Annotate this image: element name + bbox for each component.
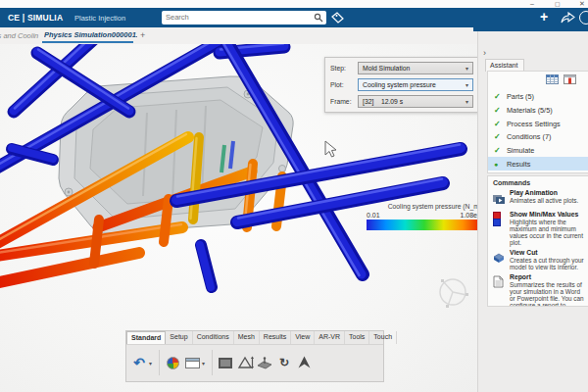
action-bar-icons: ↶ ▾ ▾ ↻ xyxy=(126,345,383,380)
action-bar-tabs: Standard Setup Conditions Mesh Results V… xyxy=(126,331,383,345)
collapse-chevron-icon[interactable]: › xyxy=(483,48,486,58)
min-max-icon xyxy=(493,212,501,226)
assistant-panel: › Assistant ✓ Parts (5) xyxy=(477,31,588,392)
share-icon[interactable] xyxy=(561,12,575,24)
step-label: Materials (5/5) xyxy=(507,106,553,115)
minimize-icon[interactable]: – xyxy=(530,0,534,8)
command-title: Show Min/Max Values xyxy=(510,211,585,219)
assistant-checklist: ✓ Parts (5) ✓ Materials (5/5) ✓ Process … xyxy=(487,71,588,173)
active-tab-underline xyxy=(42,41,133,43)
action-bar: Standard Setup Conditions Mesh Results V… xyxy=(125,330,384,382)
tag-icon[interactable] xyxy=(331,12,345,24)
check-icon: ✓ xyxy=(494,92,503,101)
contour-legend: Cooling system pressure (N_m2) 0.01 1.08… xyxy=(367,203,485,230)
check-icon: ✓ xyxy=(494,132,503,141)
close-icon[interactable]: ✕ xyxy=(579,0,585,8)
assistant-step-results[interactable]: ● Results xyxy=(488,157,588,171)
search-box[interactable] xyxy=(162,11,326,24)
fly-mode-button[interactable] xyxy=(294,350,314,375)
step-value: Mold Simulation xyxy=(363,65,410,72)
tab-conditions[interactable]: Conditions xyxy=(193,331,234,344)
render-style-icon xyxy=(219,358,232,368)
tab-standard[interactable]: Standard xyxy=(126,331,166,344)
tab-ar-vr[interactable]: AR-VR xyxy=(315,331,345,344)
separator xyxy=(159,350,160,375)
cursor-arrow xyxy=(325,141,336,157)
add-content-icon[interactable]: + xyxy=(540,9,548,24)
legend-min: 0.01 xyxy=(367,212,380,219)
maximize-icon[interactable]: ▢ xyxy=(555,0,561,8)
assistant-step-materials[interactable]: ✓ Materials (5/5) xyxy=(488,104,588,118)
app-header: CE | SIMULIA Plastic Injection + xyxy=(0,8,588,27)
tab-mesh[interactable]: Mesh xyxy=(234,331,260,344)
command-title: Report xyxy=(510,273,585,281)
check-icon: ✓ xyxy=(494,146,503,155)
undo-button[interactable]: ↶ xyxy=(129,350,149,375)
update-icon xyxy=(167,357,179,369)
chevron-down-icon: ▾ xyxy=(466,81,468,88)
frame-label: Frame: xyxy=(330,98,358,105)
assistant-step-parts[interactable]: ✓ Parts (5) xyxy=(488,90,588,104)
assistant-step-simulate[interactable]: ✓ Simulate xyxy=(488,144,588,158)
tab-tools[interactable]: Tools xyxy=(345,331,369,344)
chevron-down-icon[interactable]: ▾ xyxy=(202,360,209,367)
command-desc: Highlights where the maximum and minimum… xyxy=(510,219,585,246)
table-view-icon[interactable] xyxy=(546,74,559,84)
commands-box: Commands Play Animation Animates all act… xyxy=(487,175,588,307)
commands-header: Commands xyxy=(493,179,585,186)
new-tab-icon[interactable]: + xyxy=(140,30,145,40)
assistant-step-conditions[interactable]: ✓ Conditions (7) xyxy=(488,130,588,144)
tab-setup[interactable]: Setup xyxy=(166,331,192,344)
chevron-down-icon[interactable]: ▾ xyxy=(149,360,156,367)
rotate-icon: ↻ xyxy=(279,356,289,369)
command-report[interactable]: Report Summarizes the results of your si… xyxy=(493,273,585,307)
plot-label: Plot: xyxy=(330,81,358,88)
command-view-cut[interactable]: View Cut Creates a cut through your mode… xyxy=(493,249,585,270)
app-name: Plastic Injection xyxy=(74,14,125,23)
command-show-minmax[interactable]: Show Min/Max Values Highlights where the… xyxy=(493,211,585,246)
window-titlebar: – ▢ ✕ xyxy=(0,0,588,8)
compass-icon[interactable] xyxy=(579,11,588,24)
results-control-panel: Step: Mold Simulation ▾ Plot: Cooling sy… xyxy=(324,57,479,113)
step-dropdown[interactable]: Mold Simulation ▾ xyxy=(358,62,473,74)
tab-view[interactable]: View xyxy=(291,331,315,344)
window-layout-button[interactable] xyxy=(182,350,202,375)
command-title: View Cut xyxy=(510,249,585,257)
command-play-animation[interactable]: Play Animation Animates all active plots… xyxy=(493,189,585,208)
rotate-view-button[interactable]: ↻ xyxy=(274,350,294,375)
step-label: Step: xyxy=(330,65,358,72)
brand-logo: CE | SIMULIA xyxy=(8,13,63,23)
section-button[interactable] xyxy=(255,350,274,375)
undo-icon: ↶ xyxy=(133,355,145,370)
plot-dropdown[interactable]: Cooling system pressure ▾ xyxy=(358,78,473,91)
check-icon: ✓ xyxy=(494,120,503,128)
measure-button[interactable] xyxy=(235,350,255,375)
legend-title: Cooling system pressure (N_m2) xyxy=(367,203,485,210)
check-icon: ✓ xyxy=(494,106,503,115)
frame-dropdown[interactable]: [32] 12.09 s ▾ xyxy=(358,95,473,108)
search-icon[interactable] xyxy=(314,13,323,23)
application-window: – ▢ ✕ CE | SIMULIA Plastic Injection + r… xyxy=(0,0,588,392)
update-button[interactable] xyxy=(163,350,182,375)
tab-results[interactable]: Results xyxy=(260,331,291,344)
tab-parts-and-cooling[interactable]: rts and Coolin xyxy=(0,31,38,40)
measure-icon xyxy=(237,356,254,369)
view-cut-icon xyxy=(493,253,506,264)
separator xyxy=(212,350,213,375)
chevron-down-icon: ▾ xyxy=(466,65,468,72)
frame-value: [32] 12.09 s xyxy=(363,98,403,105)
search-input[interactable] xyxy=(166,12,303,23)
assistant-step-process-settings[interactable]: ✓ Process Settings xyxy=(488,117,588,130)
alert-table-icon[interactable] xyxy=(564,74,576,84)
play-animation-icon xyxy=(493,194,505,204)
render-style-button[interactable] xyxy=(216,350,235,375)
tab-touch[interactable]: Touch xyxy=(369,331,397,344)
tab-physics-simulation[interactable]: Physics Simulation000001... xyxy=(44,30,137,39)
active-dot-icon: ● xyxy=(494,161,503,168)
chevron-down-icon: ▾ xyxy=(466,98,468,105)
step-label: Parts (5) xyxy=(507,92,534,101)
step-label: Conditions (7) xyxy=(507,132,551,141)
navigation-arrow-icon xyxy=(297,356,312,369)
section-icon xyxy=(257,357,272,369)
plot-value: Cooling system pressure xyxy=(363,81,436,88)
